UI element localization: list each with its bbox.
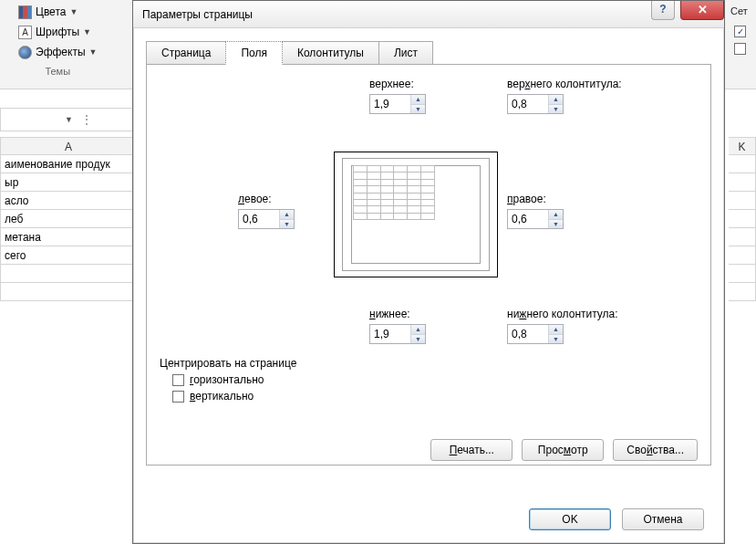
spin-down-icon[interactable]: ▼ — [280, 220, 294, 229]
spin-up-icon[interactable]: ▲ — [549, 210, 563, 220]
spin-up-icon[interactable]: ▲ — [280, 210, 294, 220]
page-setup-dialog: Параметры страницы ? ✕ Страница Поля Кол… — [132, 0, 725, 544]
cell[interactable]: метана — [0, 228, 137, 246]
left-margin-input[interactable] — [239, 210, 279, 228]
fonts-menu[interactable]: A Шрифты ▼ — [18, 22, 97, 42]
header-margin-input[interactable] — [508, 95, 548, 113]
center-vertical-checkbox[interactable]: вертикально — [172, 390, 296, 403]
right-margin-label: правое: — [507, 193, 546, 205]
footer-margin-spinner[interactable]: ▲▼ — [507, 324, 564, 344]
colors-icon — [18, 5, 32, 19]
tab-headers[interactable]: Колонтитулы — [282, 41, 379, 65]
tab-margins[interactable]: Поля — [225, 41, 283, 65]
preview-button[interactable]: Просмотр — [522, 439, 604, 461]
cell[interactable] — [729, 210, 756, 228]
cancel-button[interactable]: Отмена — [622, 508, 704, 530]
tab-page[interactable]: Страница — [146, 41, 226, 65]
worksheet-right: K — [729, 137, 756, 301]
column-header-a[interactable]: A — [0, 137, 137, 155]
center-vertical-label: вертикально — [190, 390, 254, 403]
spin-down-icon[interactable]: ▼ — [549, 335, 563, 344]
tab-sheet[interactable]: Лист — [378, 41, 433, 65]
cell[interactable] — [729, 283, 756, 301]
chevron-down-icon: ▼ — [89, 47, 98, 57]
print-button[interactable]: Печать... — [430, 439, 513, 461]
bottom-margin-label: нижнее: — [369, 308, 410, 320]
header-margin-label: верхнего колонтитула: — [507, 78, 622, 90]
colors-label: Цвета — [36, 5, 66, 18]
effects-menu[interactable]: Эффекты ▼ — [18, 42, 97, 62]
dots-icon: ⋮ — [80, 112, 94, 127]
cell[interactable]: леб — [0, 210, 137, 228]
spin-down-icon[interactable]: ▼ — [549, 220, 563, 229]
top-margin-label: верхнее: — [369, 78, 414, 90]
checkbox-icon — [172, 391, 184, 403]
footer-margin-input[interactable] — [508, 325, 548, 343]
bottom-margin-input[interactable] — [370, 325, 410, 343]
left-margin-spinner[interactable]: ▲▼ — [238, 209, 295, 229]
ok-button[interactable]: OK — [529, 508, 611, 530]
fonts-icon: A — [18, 26, 32, 39]
colors-menu[interactable]: Цвета ▼ — [18, 2, 97, 22]
center-horizontal-label: горизонтально — [190, 373, 264, 386]
top-margin-input[interactable] — [370, 95, 410, 113]
left-margin-label: левое: — [238, 193, 272, 205]
checkbox-icon — [172, 374, 184, 386]
top-margin-spinner[interactable]: ▲▼ — [369, 94, 426, 114]
cell[interactable] — [729, 265, 756, 283]
cell[interactable]: асло — [0, 192, 137, 210]
close-button[interactable]: ✕ — [680, 1, 724, 20]
cell[interactable] — [0, 283, 137, 301]
options-button[interactable]: Свойства... — [613, 439, 698, 461]
cell[interactable] — [729, 246, 756, 265]
spin-up-icon[interactable]: ▲ — [411, 95, 425, 105]
chevron-down-icon: ▼ — [83, 27, 91, 37]
center-group-label: Центрировать на странице — [160, 357, 296, 370]
chevron-down-icon: ▼ — [69, 7, 78, 16]
effects-icon — [18, 46, 32, 59]
center-horizontal-checkbox[interactable]: горизонтально — [172, 373, 296, 386]
margins-panel: верхнее: ▲▼ верхнего колонтитула: ▲▼ лев… — [146, 64, 711, 466]
footer-margin-label: нижнего колонтитула: — [507, 308, 618, 320]
spin-down-icon[interactable]: ▼ — [549, 105, 563, 114]
spin-down-icon[interactable]: ▼ — [411, 335, 425, 344]
column-header-k[interactable]: K — [729, 137, 756, 155]
dialog-titlebar[interactable]: Параметры страницы ? ✕ — [133, 1, 724, 28]
cell[interactable] — [729, 155, 756, 173]
help-button[interactable]: ? — [651, 1, 675, 20]
themes-group-label: Темы — [18, 66, 97, 77]
cell[interactable] — [729, 228, 756, 246]
gridlines-checkbox-1[interactable]: ✓ — [734, 26, 746, 37]
spin-up-icon[interactable]: ▲ — [411, 325, 425, 335]
cell[interactable] — [0, 265, 137, 283]
cell[interactable]: ыр — [0, 173, 137, 192]
bottom-margin-spinner[interactable]: ▲▼ — [369, 324, 426, 344]
cell[interactable] — [729, 173, 756, 192]
header-margin-spinner[interactable]: ▲▼ — [507, 94, 564, 114]
dialog-title: Параметры страницы — [142, 8, 253, 21]
effects-label: Эффекты — [36, 46, 86, 58]
cell[interactable]: сего — [0, 246, 137, 265]
grid-section-label: Сет — [730, 5, 756, 16]
cell[interactable] — [729, 192, 756, 210]
spin-up-icon[interactable]: ▲ — [549, 95, 563, 105]
right-margin-input[interactable] — [508, 210, 548, 228]
preview-grid-icon — [353, 165, 435, 220]
name-box[interactable]: ▼ ⋮ — [0, 108, 137, 131]
margins-preview — [334, 152, 498, 277]
cell[interactable]: аименование продук — [0, 155, 137, 173]
chevron-down-icon: ▼ — [65, 115, 73, 124]
worksheet-left: A аименование продук ыр асло леб метана … — [0, 137, 137, 301]
right-margin-spinner[interactable]: ▲▼ — [507, 209, 564, 229]
fonts-label: Шрифты — [36, 26, 79, 38]
spin-down-icon[interactable]: ▼ — [411, 105, 425, 114]
spin-up-icon[interactable]: ▲ — [549, 325, 563, 335]
gridlines-checkbox-2[interactable] — [734, 43, 746, 55]
